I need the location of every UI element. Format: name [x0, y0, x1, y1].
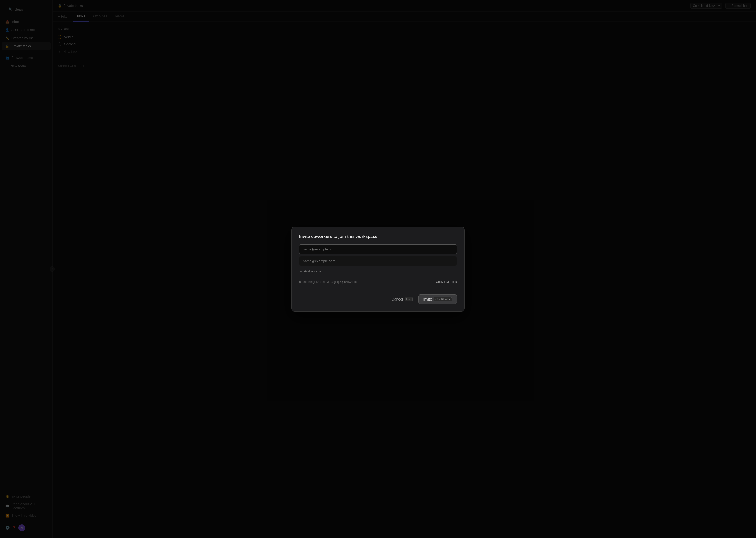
invite-kbd: Cmd+Enter: [434, 297, 452, 301]
add-another-button[interactable]: ＋ Add another: [299, 268, 457, 275]
cancel-kbd: Esc: [404, 297, 412, 301]
copy-invite-link-button[interactable]: Copy invite link: [436, 280, 457, 284]
invite-modal: Invite coworkers to join this workspace …: [291, 227, 465, 311]
cancel-button[interactable]: Cancel Esc: [389, 295, 416, 303]
invite-link-row: https://height.app/invite/SjFqJQRWDzk1tt…: [299, 280, 457, 289]
modal-title: Invite coworkers to join this workspace: [299, 234, 457, 239]
email-input-secondary[interactable]: [299, 256, 457, 266]
invite-link-text: https://height.app/invite/SjFqJQRWDzk1tt: [299, 280, 357, 284]
plus-another-icon: ＋: [299, 269, 303, 274]
email-input-primary[interactable]: [299, 244, 457, 254]
invite-button[interactable]: Invite Cmd+Enter: [418, 295, 457, 304]
invite-label: Invite: [423, 297, 432, 301]
add-another-label: Add another: [304, 269, 323, 273]
modal-overlay[interactable]: Invite coworkers to join this workspace …: [0, 0, 756, 538]
cancel-label: Cancel: [392, 297, 403, 301]
modal-actions: Cancel Esc Invite Cmd+Enter: [299, 295, 457, 304]
